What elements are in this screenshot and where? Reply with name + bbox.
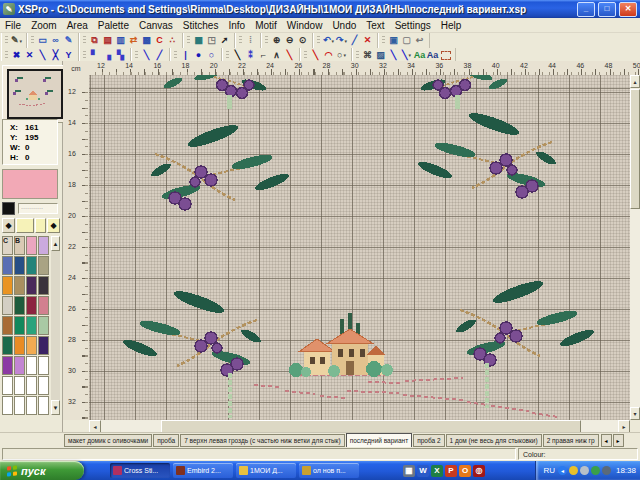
minimize-button[interactable]: _ [577, 2, 595, 17]
menu-text[interactable]: Text [361, 20, 389, 31]
palette-swatch[interactable] [26, 356, 37, 375]
zoom-window-button[interactable]: ⊙ [296, 35, 309, 47]
palette-swatch[interactable]: C [2, 236, 13, 255]
pattern-fill-tool[interactable]: ▨ [374, 49, 387, 61]
menu-help[interactable]: Help [436, 20, 467, 31]
taskbar-task[interactable]: ол нов п... [299, 463, 359, 478]
merge-motif-button[interactable]: ▥ [114, 35, 127, 47]
palette-swatch[interactable] [2, 316, 13, 335]
quarter-stitch-br-tool[interactable]: ▗ [101, 49, 114, 61]
text-small-tool[interactable]: Aa [413, 49, 426, 61]
poly-line-tool[interactable]: ╲▾ [400, 49, 413, 61]
chart-view-button[interactable]: ▦ [192, 35, 205, 47]
palette-swatch[interactable] [2, 336, 13, 355]
tray-collapse-icon[interactable]: ◂ [558, 466, 567, 475]
pattern-tab[interactable]: 1 дом (не весь для стыковки) [446, 434, 542, 447]
palette-swatch[interactable] [2, 276, 13, 295]
vertical-scroll-thumb[interactable] [630, 89, 640, 209]
close-button[interactable]: ✕ [619, 2, 637, 17]
palette-scroll-down-icon[interactable]: ▼ [51, 400, 60, 415]
zoom-in-button[interactable]: ⊕ [270, 35, 283, 47]
half-stitch-right-tool[interactable]: ╳ [49, 49, 62, 61]
palette-swatch[interactable] [14, 256, 25, 275]
copy-motif-button[interactable]: ⧉ [88, 35, 101, 47]
excel-icon[interactable]: X [431, 465, 443, 477]
pattern-tab[interactable]: 7 верхн левая гроздь (с частью ниж ветки… [180, 434, 344, 447]
menu-info[interactable]: Info [223, 20, 250, 31]
redo-button[interactable]: ↷▾ [335, 35, 348, 47]
palette-swatch[interactable] [38, 376, 49, 395]
palette-swatch[interactable] [26, 396, 37, 415]
stitch-canvas[interactable] [89, 75, 630, 420]
palette-swatch[interactable] [38, 336, 49, 355]
palette-swatch[interactable]: B [14, 236, 25, 255]
palette-swatch[interactable] [2, 376, 13, 395]
palette-swatch[interactable] [2, 356, 13, 375]
dropdown-caret-icon[interactable]: ▾ [345, 38, 348, 44]
hat-stitch-tool[interactable]: ∧ [270, 49, 283, 61]
palette-swatch[interactable] [14, 296, 25, 315]
new-page-button[interactable]: ▢ [400, 35, 413, 47]
palette-swatch[interactable] [38, 256, 49, 275]
palette-swatch[interactable] [14, 316, 25, 335]
vertical-stitch-tool[interactable]: | [179, 49, 192, 61]
menu-area[interactable]: Area [62, 20, 93, 31]
menu-settings[interactable]: Settings [390, 20, 436, 31]
menu-undo[interactable]: Undo [327, 20, 361, 31]
palette-swatch[interactable] [26, 376, 37, 395]
dropdown-caret-icon[interactable]: ▾ [408, 52, 411, 58]
palette-swatch[interactable] [14, 336, 25, 355]
dropdown-caret-icon[interactable]: ▾ [20, 38, 23, 44]
restore-button[interactable]: □ [598, 2, 616, 17]
tab-scroll-right-icon[interactable]: ▸ [613, 434, 624, 447]
flip-motif-button[interactable]: ⇄ [127, 35, 140, 47]
word-icon[interactable]: W [417, 465, 429, 477]
french-knot-tool[interactable]: ● [192, 49, 205, 61]
palette-swatch[interactable] [14, 276, 25, 295]
paste-motif-button[interactable]: ▤ [101, 35, 114, 47]
tray-app-yellow-icon[interactable] [569, 466, 578, 475]
palette-swatch[interactable] [26, 336, 37, 355]
palette-swatch[interactable] [14, 396, 25, 415]
palette-swatch[interactable] [38, 296, 49, 315]
tray-app-dark-icon[interactable] [602, 466, 611, 475]
line-pen-tool[interactable]: ╱ [348, 35, 361, 47]
browser-icon[interactable]: O [459, 465, 471, 477]
pattern-tab[interactable]: 2 правая ниж гр [543, 434, 599, 447]
export-image-button[interactable]: ◳ [205, 35, 218, 47]
palette-swatch[interactable] [26, 276, 37, 295]
pattern-tab[interactable]: последний вариант [346, 433, 413, 448]
double-cross-stitch-tool[interactable]: ✕ [23, 49, 36, 61]
palette-swatch[interactable] [2, 296, 13, 315]
palette-swatch[interactable] [38, 276, 49, 295]
backstitch-left-tool[interactable]: ╲ [140, 49, 153, 61]
backstitch-right-tool[interactable]: ╱ [153, 49, 166, 61]
language-indicator[interactable]: RU [543, 466, 555, 475]
taskbar-task[interactable]: 1МОИ Д... [236, 463, 296, 478]
palette-swatch[interactable] [26, 296, 37, 315]
dropdown-caret-icon[interactable]: ▾ [332, 38, 335, 44]
pointer-arrow-tool[interactable]: ➚ [218, 35, 231, 47]
bead-tool[interactable]: ○ [205, 49, 218, 61]
palette-swatch[interactable] [2, 256, 13, 275]
half-stitch-left-tool[interactable]: ╲ [36, 49, 49, 61]
blank-stitch-button[interactable] [35, 218, 46, 233]
pattern-tab[interactable]: проба 2 [413, 434, 444, 447]
palette-swatch[interactable] [26, 256, 37, 275]
petite-pair-tool[interactable]: ⁑ [244, 49, 257, 61]
text-large-tool[interactable]: Aa [426, 49, 439, 61]
vertical-scrollbar[interactable]: ▴ ▾ [630, 75, 640, 420]
pattern-tab[interactable]: проба [153, 434, 179, 447]
pencil-tool[interactable]: ✎▾ [10, 35, 23, 47]
tray-app-green-icon[interactable] [591, 466, 600, 475]
palette-swatch[interactable] [38, 316, 49, 335]
quarter-stitch-tl-tool[interactable]: ▘ [88, 49, 101, 61]
backstitch-red-tool[interactable]: ╲ [283, 49, 296, 61]
backstitch-black-tool[interactable]: ╲ [231, 49, 244, 61]
scroll-down-icon[interactable]: ▾ [630, 407, 640, 420]
straight-line-tool[interactable]: ╲ [387, 49, 400, 61]
palette-swatch[interactable] [38, 396, 49, 415]
revert-button[interactable]: ↩ [413, 35, 426, 47]
knot-tool[interactable]: ⌘ [361, 49, 374, 61]
dropdown-caret-icon[interactable]: ▾ [343, 52, 346, 58]
